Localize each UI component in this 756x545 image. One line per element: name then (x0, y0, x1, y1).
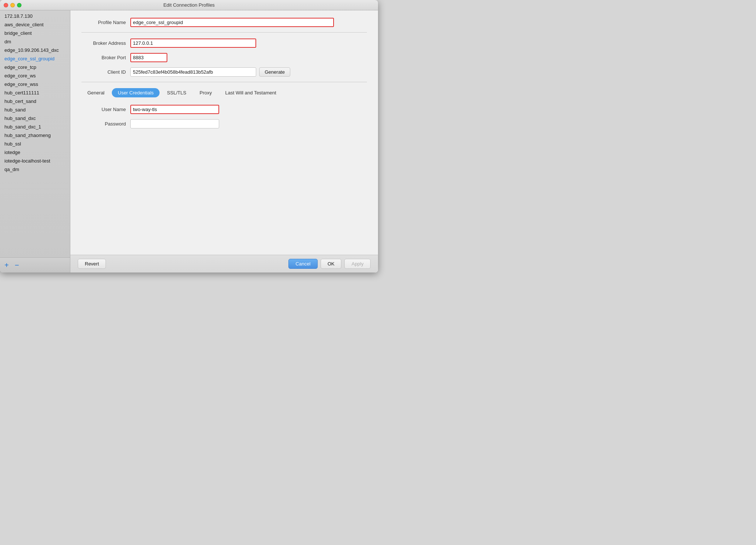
sidebar: 172.18.7.130aws_device_clientbridge_clie… (0, 10, 70, 272)
title-bar: Edit Connection Profiles (0, 0, 378, 10)
bottom-right: Cancel OK Apply (288, 259, 371, 269)
ok-button[interactable]: OK (321, 259, 342, 269)
broker-port-label: Broker Port (81, 55, 126, 60)
divider-1 (81, 32, 367, 33)
sidebar-item-bridge_client[interactable]: bridge_client (0, 29, 70, 37)
sidebar-list: 172.18.7.130aws_device_clientbridge_clie… (0, 10, 70, 257)
sidebar-item-hub_sand_dxc_1[interactable]: hub_sand_dxc_1 (0, 123, 70, 131)
broker-address-input[interactable] (130, 39, 256, 48)
user-name-input[interactable] (130, 105, 219, 114)
form-area: Profile Name Broker Address Broker Port … (70, 10, 378, 255)
client-id-input[interactable] (130, 67, 256, 77)
maximize-button[interactable] (17, 3, 21, 7)
sidebar-item-hub_sand[interactable]: hub_sand (0, 106, 70, 114)
sidebar-item-dm[interactable]: dm (0, 37, 70, 46)
sidebar-item-iotedge-localhost-test[interactable]: iotedge-localhost-test (0, 157, 70, 165)
password-input[interactable] (130, 119, 219, 128)
main-container: 172.18.7.130aws_device_clientbridge_clie… (0, 10, 378, 272)
sidebar-item-iotedge[interactable]: iotedge (0, 148, 70, 157)
sidebar-item-edge_core_ws[interactable]: edge_core_ws (0, 71, 70, 80)
sidebar-item-hub_sand_zhaomeng[interactable]: hub_sand_zhaomeng (0, 131, 70, 140)
sidebar-item-hub_sand_dxc[interactable]: hub_sand_dxc (0, 114, 70, 123)
revert-button[interactable]: Revert (78, 259, 106, 269)
sidebar-footer: + − (0, 257, 70, 272)
close-button[interactable] (4, 3, 8, 7)
apply-button[interactable]: Apply (344, 259, 371, 269)
sidebar-item-edge_10.99.206.143_dxc[interactable]: edge_10.99.206.143_dxc (0, 46, 70, 54)
user-name-label: User Name (81, 107, 126, 112)
sidebar-item-hub_cert111111[interactable]: hub_cert111111 (0, 88, 70, 97)
sidebar-item-hub_cert_sand[interactable]: hub_cert_sand (0, 97, 70, 106)
profile-name-input[interactable] (130, 18, 334, 27)
tab-user-credentials[interactable]: User Credentials (112, 88, 160, 97)
bottom-left: Revert (78, 259, 106, 269)
tab-general[interactable]: General (81, 88, 110, 97)
broker-port-input[interactable] (130, 53, 167, 62)
bottom-bar: Revert Cancel OK Apply (70, 255, 378, 272)
content-area: Profile Name Broker Address Broker Port … (70, 10, 378, 272)
client-id-row: Client ID Generate (81, 67, 367, 77)
client-id-label: Client ID (81, 69, 126, 75)
sidebar-item-aws_device_client[interactable]: aws_device_client (0, 20, 70, 29)
password-row: Password (81, 119, 367, 128)
profile-name-row: Profile Name (81, 18, 367, 27)
tab-proxy[interactable]: Proxy (194, 88, 218, 97)
tabs-row: GeneralUser CredentialsSSL/TLSProxyLast … (81, 88, 367, 97)
sidebar-item-qa_dm[interactable]: qa_dm (0, 165, 70, 174)
tab-ssl-tls[interactable]: SSL/TLS (161, 88, 192, 97)
divider-2 (81, 82, 367, 82)
tab-last-will[interactable]: Last Will and Testament (219, 88, 282, 97)
sidebar-item-edge_core_wss[interactable]: edge_core_wss (0, 80, 70, 88)
user-name-row: User Name (81, 105, 367, 114)
sidebar-item-hub_ssl[interactable]: hub_ssl (0, 140, 70, 148)
cancel-button[interactable]: Cancel (288, 259, 317, 269)
broker-address-label: Broker Address (81, 40, 126, 46)
window-title: Edit Connection Profiles (163, 2, 215, 8)
sidebar-item-172.18.7.130[interactable]: 172.18.7.130 (0, 12, 70, 20)
traffic-lights (4, 3, 21, 7)
sidebar-item-edge_core_ssl_groupid[interactable]: edge_core_ssl_groupid (0, 54, 70, 63)
remove-profile-button[interactable]: − (15, 261, 19, 269)
password-label: Password (81, 121, 126, 127)
sidebar-item-edge_core_tcp[interactable]: edge_core_tcp (0, 63, 70, 71)
minimize-button[interactable] (10, 3, 15, 7)
profile-name-label: Profile Name (81, 20, 126, 25)
broker-port-row: Broker Port (81, 53, 367, 62)
broker-address-row: Broker Address (81, 39, 367, 48)
generate-button[interactable]: Generate (259, 67, 290, 77)
add-profile-button[interactable]: + (4, 261, 9, 269)
